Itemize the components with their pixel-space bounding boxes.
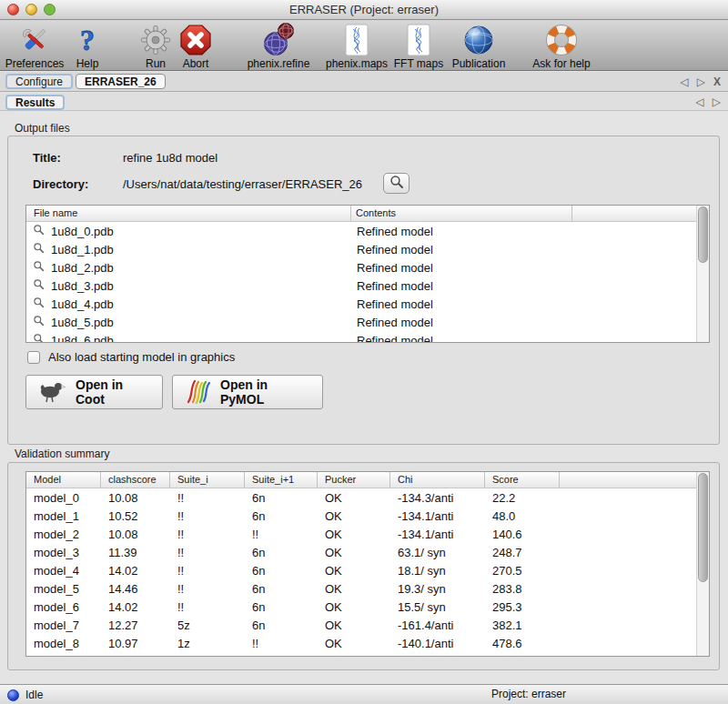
- validation-row[interactable]: start_min 10.08 !! 6n OK -134.3/anti 0.0: [26, 652, 709, 657]
- validation-row[interactable]: model_0 10.08 !! 6n OK -134.3/anti 22.2: [26, 488, 709, 507]
- close-window-button[interactable]: [7, 4, 19, 15]
- column-header-model[interactable]: Model: [26, 472, 101, 488]
- phenix-refine-button[interactable]: phenix.refine: [237, 22, 320, 70]
- column-header-empty[interactable]: [572, 206, 709, 221]
- validation-table-header: Model clashscore Suite_i Suite_i+1 Pucke…: [26, 472, 709, 488]
- column-header-clashscore[interactable]: clashscore: [101, 472, 170, 488]
- main-tab-bar: Configure ERRASER_26 ◁ ▷ X: [0, 72, 728, 92]
- column-header-empty[interactable]: [560, 472, 709, 488]
- cell-pucker: OK: [318, 655, 390, 658]
- phenix-refine-label: phenix.refine: [237, 57, 320, 70]
- column-header-suite-i1[interactable]: Suite_i+1: [245, 472, 318, 488]
- cell-suite-i: !!: [170, 491, 245, 505]
- title-bar: ERRASER (Project: erraser): [0, 0, 728, 20]
- column-header-chi[interactable]: Chi: [390, 472, 485, 488]
- validation-row[interactable]: model_8 10.97 1z !! OK -140.1/anti 478.6: [26, 634, 709, 652]
- load-starting-model-checkbox[interactable]: [27, 351, 40, 364]
- file-table-scrollbar[interactable]: [696, 206, 709, 342]
- file-name: 1u8d_5.pdb: [51, 316, 114, 329]
- abort-button[interactable]: Abort: [175, 22, 217, 70]
- magnifier-icon: [33, 260, 45, 275]
- open-in-pymol-button[interactable]: Open in PyMOL: [172, 375, 323, 409]
- file-row[interactable]: 1u8d_1.pdb Refined model: [26, 240, 709, 258]
- file-row[interactable]: 1u8d_0.pdb Refined model: [26, 222, 709, 240]
- cell-clashscore: 10.08: [101, 655, 170, 658]
- cell-pucker: OK: [318, 509, 390, 523]
- map-mesh-icon: [322, 22, 391, 56]
- cell-clashscore: 14.46: [101, 582, 170, 596]
- preferences-button[interactable]: Preferences: [2, 22, 67, 70]
- directory-field-value: /Users/nat/data/testing/erraser/ERRASER_…: [123, 177, 362, 191]
- minimize-window-button[interactable]: [25, 4, 37, 15]
- file-row[interactable]: 1u8d_5.pdb Refined model: [26, 313, 709, 331]
- validation-table-scrollbar[interactable]: [696, 472, 709, 656]
- tab-scroll-right-icon[interactable]: ▷: [697, 75, 705, 88]
- cell-score: 283.8: [485, 582, 560, 596]
- open-in-coot-label: Open in Coot: [76, 377, 150, 407]
- cell-pucker: OK: [318, 582, 390, 596]
- validation-row[interactable]: model_3 11.39 !! 6n OK 63.1/ syn 248.7: [26, 543, 709, 561]
- cell-pucker: OK: [318, 564, 390, 578]
- cell-model: model_4: [26, 564, 101, 578]
- phenix-maps-button[interactable]: phenix.maps: [322, 22, 391, 70]
- fft-maps-label: FFT maps: [391, 57, 446, 70]
- ask-for-help-button[interactable]: Ask for help: [522, 22, 601, 70]
- tab-close-icon[interactable]: X: [713, 75, 721, 88]
- file-contents: Refined model: [351, 261, 572, 275]
- sub-tab-scroll-right-icon[interactable]: ▷: [713, 96, 721, 108]
- cell-chi: 18.1/ syn: [390, 564, 485, 578]
- tab-scroll-left-icon[interactable]: ◁: [681, 75, 689, 88]
- output-files-table[interactable]: File name Contents 1u8d_0.pdb Refined mo…: [25, 205, 710, 343]
- magnifier-icon: [33, 333, 45, 343]
- cell-score: 270.5: [485, 564, 560, 578]
- publication-button[interactable]: Publication: [444, 22, 513, 70]
- file-row[interactable]: 1u8d_3.pdb Refined model: [26, 277, 709, 295]
- validation-row[interactable]: model_1 10.52 !! 6n OK -134.1/anti 48.0: [26, 507, 709, 525]
- lifebuoy-icon: [522, 22, 601, 56]
- validation-row[interactable]: model_2 10.08 !! !! OK -134.1/anti 140.6: [26, 525, 709, 543]
- validation-table-scrollbar-thumb[interactable]: [698, 473, 708, 582]
- cell-clashscore: 10.52: [101, 509, 170, 523]
- cell-pucker: OK: [318, 637, 390, 650]
- cell-suite-i: !!: [170, 509, 245, 523]
- window-controls: [7, 4, 56, 15]
- help-button[interactable]: ? Help: [67, 22, 107, 70]
- cell-score: 22.2: [485, 491, 560, 505]
- run-button[interactable]: Run: [135, 22, 177, 70]
- status-dot-icon: [7, 689, 19, 701]
- file-row[interactable]: 1u8d_6.pdb Refined model: [26, 331, 709, 343]
- validation-row[interactable]: model_7 12.27 5z 6n OK -161.4/anti 382.1: [26, 616, 709, 634]
- coot-bird-icon: [38, 379, 67, 406]
- cell-chi: -140.1/anti: [390, 637, 485, 650]
- column-header-score[interactable]: Score: [485, 472, 560, 488]
- cell-score: 248.7: [485, 546, 560, 559]
- tab-results[interactable]: Results: [5, 95, 65, 110]
- tab-configure[interactable]: Configure: [5, 74, 73, 89]
- file-name: 1u8d_1.pdb: [51, 243, 114, 256]
- zoom-window-button[interactable]: [44, 4, 56, 15]
- globe-icon: [444, 22, 513, 56]
- run-label: Run: [135, 57, 177, 70]
- cell-suite-i1: !!: [245, 637, 318, 650]
- column-header-file-name[interactable]: File name: [26, 206, 351, 221]
- validation-row[interactable]: model_4 14.02 !! 6n OK 18.1/ syn 270.5: [26, 561, 709, 579]
- fft-maps-button[interactable]: FFT maps: [391, 22, 446, 70]
- column-header-pucker[interactable]: Pucker: [318, 472, 390, 488]
- sub-tab-scroll-left-icon[interactable]: ◁: [696, 96, 704, 108]
- file-table-scrollbar-thumb[interactable]: [698, 206, 708, 263]
- output-files-table-header: File name Contents: [26, 206, 709, 222]
- publication-label: Publication: [444, 57, 513, 70]
- cell-model: model_3: [26, 546, 101, 559]
- validation-table[interactable]: Model clashscore Suite_i Suite_i+1 Pucke…: [25, 471, 710, 657]
- validation-row[interactable]: model_5 14.46 !! 6n OK 19.3/ syn 283.8: [26, 579, 709, 598]
- tab-erraser-26[interactable]: ERRASER_26: [76, 74, 166, 89]
- file-row[interactable]: 1u8d_4.pdb Refined model: [26, 295, 709, 313]
- browse-directory-button[interactable]: [383, 173, 410, 194]
- validation-row[interactable]: model_6 14.02 !! 6n OK 15.5/ syn 295.3: [26, 598, 709, 616]
- cell-suite-i: 5z: [170, 619, 245, 632]
- column-header-contents[interactable]: Contents: [351, 206, 572, 221]
- file-row[interactable]: 1u8d_2.pdb Refined model: [26, 258, 709, 277]
- open-in-coot-button[interactable]: Open in Coot: [25, 375, 163, 409]
- column-header-suite-i[interactable]: Suite_i: [170, 472, 245, 488]
- cell-chi: 63.1/ syn: [390, 546, 485, 559]
